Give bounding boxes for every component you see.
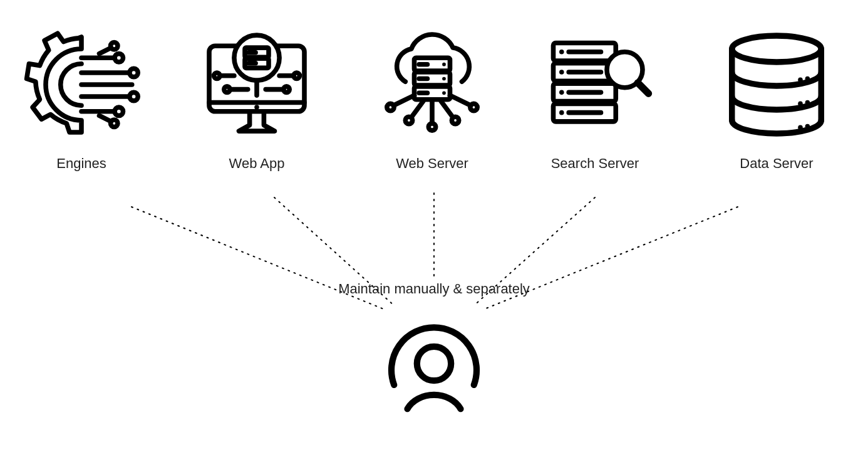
- svg-point-53: [470, 103, 477, 110]
- svg-point-49: [452, 117, 458, 124]
- node-data-server-label: Data Server: [708, 155, 845, 172]
- node-web-app: Web App: [188, 25, 326, 172]
- svg-point-69: [798, 78, 803, 83]
- web-app-icon: [197, 25, 316, 144]
- svg-line-50: [393, 95, 414, 105]
- data-server-icon: [717, 25, 836, 144]
- svg-point-75: [417, 347, 451, 381]
- node-web-server-label: Web Server: [363, 155, 501, 172]
- caption-text: Maintain manually & separately: [309, 281, 559, 297]
- svg-line-48: [441, 102, 453, 118]
- svg-point-39: [442, 63, 446, 66]
- svg-line-46: [411, 102, 423, 118]
- svg-line-15: [100, 48, 111, 54]
- svg-point-71: [798, 102, 803, 107]
- node-web-app-label: Web App: [188, 155, 326, 172]
- svg-point-51: [387, 103, 394, 110]
- svg-line-17: [100, 115, 111, 122]
- node-search-server-label: Search Server: [526, 155, 664, 172]
- svg-point-60: [559, 70, 564, 75]
- svg-point-13: [115, 107, 123, 115]
- web-server-icon: [373, 25, 492, 144]
- node-search-server: Search Server: [526, 25, 664, 172]
- user-icon: [381, 307, 487, 420]
- svg-point-74: [805, 124, 810, 129]
- svg-point-8: [130, 68, 138, 76]
- svg-point-58: [559, 50, 564, 55]
- node-web-server: Web Server: [363, 25, 501, 172]
- svg-point-6: [115, 54, 123, 62]
- svg-point-64: [559, 110, 564, 115]
- svg-point-72: [805, 100, 810, 105]
- engines-icon: [22, 25, 141, 144]
- svg-point-11: [130, 92, 138, 100]
- node-data-server: Data Server: [708, 25, 845, 172]
- svg-point-47: [405, 117, 412, 124]
- svg-point-70: [805, 76, 810, 81]
- search-server-icon: [535, 25, 654, 144]
- svg-point-20: [254, 105, 259, 110]
- node-engines-label: Engines: [13, 155, 150, 172]
- svg-point-68: [732, 36, 822, 62]
- svg-point-73: [798, 125, 803, 130]
- svg-line-67: [638, 83, 648, 93]
- svg-point-41: [442, 77, 446, 81]
- svg-point-62: [559, 90, 564, 95]
- svg-point-43: [442, 91, 446, 95]
- node-engines: Engines: [13, 25, 150, 172]
- svg-point-45: [428, 124, 435, 130]
- svg-line-52: [450, 95, 471, 105]
